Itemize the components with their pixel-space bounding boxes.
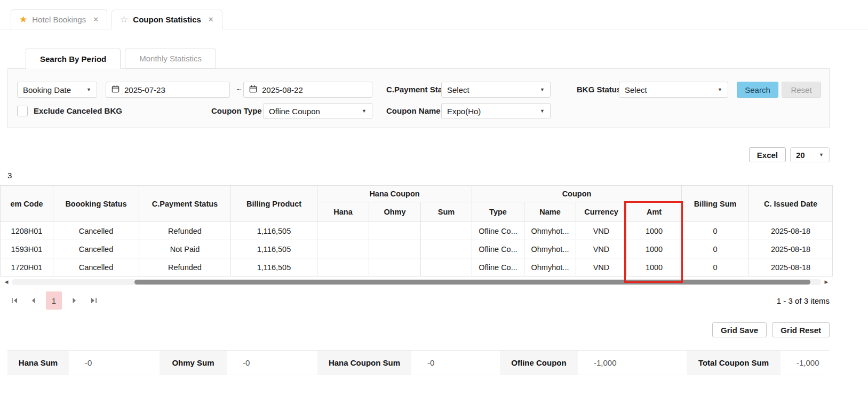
calendar-icon (249, 85, 257, 94)
column-header-item-code[interactable]: em Code (1, 186, 53, 222)
tab-monthly-statistics[interactable]: Monthly Statistics (125, 49, 216, 68)
tab-search-by-period[interactable]: Search By Period (26, 49, 121, 69)
table-cell (421, 222, 472, 240)
bkg-status-select[interactable]: Select ▼ (619, 82, 728, 98)
table-cell: 1,116,505 (231, 240, 317, 258)
group-header-coupon: Coupon (472, 186, 682, 202)
first-page-button[interactable] (7, 293, 21, 309)
chevron-down-icon: ▼ (86, 87, 91, 92)
previous-page-icon (30, 296, 37, 305)
chevron-down-icon: ▼ (718, 87, 722, 92)
table-cell: 0 (682, 258, 749, 276)
column-header-amt[interactable]: Amt (627, 202, 682, 222)
tab-label: Monthly Statistics (139, 54, 202, 63)
table-cell: 1000 (627, 258, 682, 276)
table-cell: Ohmyhot... (524, 258, 576, 276)
window-tab-coupon-statistics[interactable]: ☆ Coupon Statistics ✕ (112, 10, 222, 29)
grid-save-button[interactable]: Grid Save (712, 322, 767, 337)
next-page-icon (71, 296, 77, 305)
scroll-right-arrow-icon[interactable]: ▶ (823, 278, 830, 286)
window-tab-bar: ★ Hotel Bookings ✕ ☆ Coupon Statistics ✕ (0, 0, 868, 29)
grid-action-buttons: Grid Save Grid Reset (7, 322, 830, 337)
c-payment-status-value: Select (447, 85, 469, 94)
column-header-c-payment-status[interactable]: C.Payment Status (139, 186, 231, 222)
coupon-name-select[interactable]: Expo(Ho) ▼ (441, 103, 551, 119)
scroll-left-arrow-icon[interactable]: ◀ (3, 278, 10, 286)
table-cell: 1000 (627, 222, 682, 240)
column-header-c-issued-date[interactable]: C. Issued Date (749, 186, 833, 222)
search-button[interactable]: Search (737, 82, 778, 98)
ofline-coupon-value: -1,000 (578, 351, 687, 375)
excel-export-button[interactable]: Excel (749, 147, 786, 162)
first-page-icon (11, 296, 18, 305)
favorite-star-outline-icon[interactable]: ☆ (120, 15, 128, 24)
date-type-value: Booking Date (23, 85, 71, 94)
table-cell: Cancelled (53, 240, 139, 258)
table-cell (317, 258, 369, 276)
ohmy-sum-label: Ohmy Sum (160, 351, 227, 375)
last-page-icon (90, 296, 97, 305)
last-page-button[interactable] (86, 293, 100, 309)
group-header-hana-coupon: Hana Coupon (317, 186, 472, 202)
table-row[interactable]: 1720H01CancelledRefunded1,116,505Ofline … (1, 258, 833, 276)
column-header-sum[interactable]: Sum (421, 202, 472, 222)
table-cell: Refunded (139, 258, 231, 276)
chevron-down-icon: ▼ (540, 87, 545, 92)
current-page-button[interactable]: 1 (46, 291, 62, 310)
grid-reset-button[interactable]: Grid Reset (772, 322, 830, 337)
table-cell: Ohmyhot... (524, 240, 576, 258)
exclude-canceled-checkbox[interactable] (17, 106, 28, 116)
column-header-hana[interactable]: Hana (317, 202, 369, 222)
table-cell (369, 222, 421, 240)
exclude-canceled-label: Exclude Canceled BKG (34, 103, 122, 119)
table-cell: VND (576, 222, 627, 240)
c-payment-status-select[interactable]: Select ▼ (441, 82, 551, 98)
table-cell: 2025-08-18 (749, 222, 833, 240)
pagination-bar: 1 1 - 3 of 3 items (7, 291, 830, 310)
chevron-down-icon: ▼ (362, 108, 367, 114)
grid-toolbar: Excel 20 ▼ (7, 147, 830, 162)
column-header-currency[interactable]: Currency (576, 202, 627, 222)
coupon-type-value: Ofline Coupon (269, 107, 320, 116)
date-from-value: 2025-07-23 (124, 85, 165, 94)
table-cell: Ofline Co... (472, 240, 524, 258)
result-count: 3 (7, 171, 830, 180)
table-cell (317, 240, 369, 258)
table-row[interactable]: 1593H01CancelledNot Paid1,116,505Ofline … (1, 240, 833, 258)
page-size-select[interactable]: 20 ▼ (790, 147, 830, 162)
reset-button[interactable]: Reset (782, 82, 821, 98)
date-range-tilde: ~ (235, 82, 243, 98)
window-tab-label: Hotel Bookings (32, 15, 86, 24)
window-tab-hotel-bookings[interactable]: ★ Hotel Bookings ✕ (11, 9, 107, 29)
main-content: Search By Period Monthly Statistics Book… (0, 49, 830, 375)
column-header-billing-product[interactable]: Billing Product (231, 186, 317, 222)
table-cell: 1208H01 (1, 222, 53, 240)
table-cell: Cancelled (53, 258, 139, 276)
scrollbar-thumb[interactable] (134, 280, 810, 285)
next-page-button[interactable] (67, 293, 81, 309)
bkg-status-value: Select (625, 85, 647, 94)
column-header-ohmy[interactable]: Ohmy (369, 202, 421, 222)
favorite-star-icon[interactable]: ★ (19, 15, 27, 24)
date-from-input[interactable]: 2025-07-23 (106, 82, 230, 98)
column-header-type[interactable]: Type (472, 202, 524, 222)
column-header-name[interactable]: Name (524, 202, 576, 222)
table-cell: Refunded (139, 222, 231, 240)
date-type-select[interactable]: Booking Date ▼ (17, 82, 97, 98)
close-icon[interactable]: ✕ (93, 15, 99, 23)
calendar-icon (112, 85, 120, 94)
coupon-type-select[interactable]: Ofline Coupon ▼ (263, 103, 372, 119)
previous-page-button[interactable] (27, 293, 41, 309)
coupon-name-label: Coupon Name* (386, 103, 445, 119)
column-header-billing-sum[interactable]: Billing Sum (682, 186, 749, 222)
table-cell: 1720H01 (1, 258, 53, 276)
column-header-booking-status[interactable]: Boooking Status (53, 186, 139, 222)
table-row[interactable]: 1208H01CancelledRefunded1,116,505Ofline … (1, 222, 833, 240)
hana-sum-value: -0 (69, 351, 160, 375)
window-tab-label: Coupon Statistics (133, 15, 201, 24)
close-icon[interactable]: ✕ (208, 15, 214, 23)
date-to-input[interactable]: 2025-08-22 (243, 82, 372, 98)
table-cell: Not Paid (139, 240, 231, 258)
scrollbar-track[interactable] (12, 279, 821, 285)
table-cell: 2025-08-18 (749, 240, 833, 258)
